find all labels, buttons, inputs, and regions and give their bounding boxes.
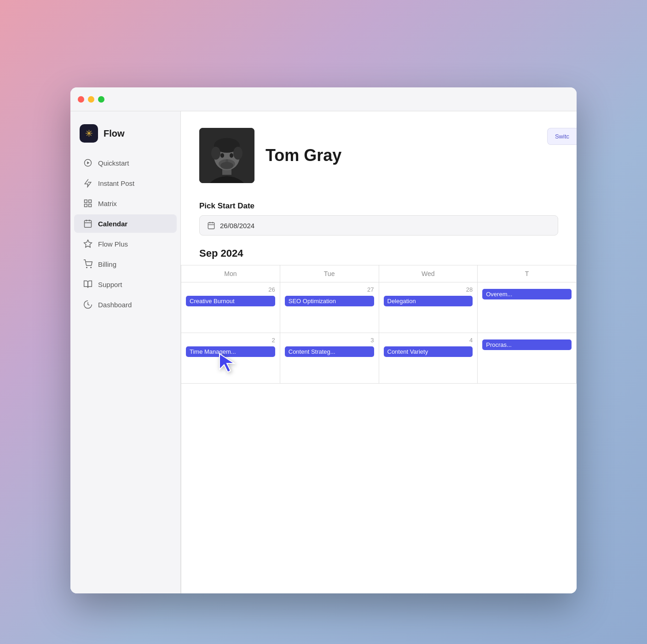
app-logo-icon: ✳ — [80, 124, 98, 143]
event-overem[interactable]: Overem... — [482, 289, 572, 299]
date-value: 26/08/2024 — [220, 222, 254, 230]
app-body: ✳ Flow Quickstart Instant Post Matri — [70, 111, 577, 593]
cart-icon — [83, 259, 92, 269]
event-content-strategy[interactable]: Content Strateg... — [285, 346, 374, 357]
calendar-icon — [83, 219, 92, 228]
close-button[interactable] — [78, 96, 84, 103]
sidebar-logo: ✳ Flow — [70, 121, 180, 152]
sidebar-label-matrix: Matrix — [98, 200, 117, 207]
sidebar-item-quickstart[interactable]: Quickstart — [74, 154, 177, 172]
date-4: 4 — [384, 337, 473, 344]
calendar-row-1: 26 Creative Burnout 27 SEO Optimization … — [181, 282, 577, 333]
cal-cell-28[interactable]: 28 Delegation — [379, 282, 478, 333]
sidebar-label-calendar: Calendar — [98, 220, 127, 228]
cal-cell-26[interactable]: 26 Creative Burnout — [181, 282, 280, 333]
calendar-row-2: 2 Time Managem... 3 Content Strateg... 4… — [181, 333, 577, 384]
titlebar — [70, 87, 577, 111]
profile-name: Tom Gray — [266, 146, 341, 165]
svg-point-19 — [233, 147, 243, 160]
switch-button[interactable]: Switc — [547, 128, 577, 145]
main-content: Tom Gray Switc Pick Start Date 26/08/202… — [181, 111, 577, 593]
svg-rect-3 — [89, 200, 92, 203]
sidebar: ✳ Flow Quickstart Instant Post Matri — [70, 111, 181, 593]
cal-cell-5[interactable]: Procras... — [478, 333, 577, 383]
svg-rect-4 — [85, 204, 87, 207]
sidebar-item-billing[interactable]: Billing — [74, 255, 177, 273]
sidebar-label-quickstart: Quickstart — [98, 159, 129, 167]
date-28: 28 — [384, 286, 473, 293]
chart-icon — [83, 300, 92, 309]
cal-cell-4[interactable]: 4 Content Variety — [379, 333, 478, 383]
header-mon: Mon — [181, 265, 280, 282]
header-tue: Tue — [280, 265, 379, 282]
date-input[interactable]: 26/08/2024 — [199, 215, 558, 236]
month-label: Sep 2024 — [181, 240, 577, 265]
calendar-input-icon — [207, 221, 215, 230]
svg-point-12 — [91, 267, 92, 268]
date-26: 26 — [186, 286, 275, 293]
sidebar-item-flow-plus[interactable]: Flow Plus — [74, 235, 177, 253]
calendar-controls: Pick Start Date 26/08/2024 — [181, 192, 577, 240]
maximize-button[interactable] — [98, 96, 104, 103]
svg-rect-2 — [85, 200, 87, 203]
cal-cell-29[interactable]: Overem... — [478, 282, 577, 333]
sidebar-label-support: Support — [98, 281, 122, 288]
cal-cell-3[interactable]: 3 Content Strateg... — [280, 333, 379, 383]
date-27: 27 — [285, 286, 374, 293]
cal-cell-2[interactable]: 2 Time Managem... — [181, 333, 280, 383]
calendar-grid: Mon Tue Wed T 26 Creative Burnout 27 — [181, 265, 577, 593]
event-procras[interactable]: Procras... — [482, 339, 572, 350]
sidebar-item-dashboard[interactable]: Dashboard — [74, 295, 177, 314]
svg-marker-1 — [87, 161, 89, 165]
svg-rect-5 — [89, 204, 92, 207]
bolt-icon — [83, 178, 92, 188]
profile-section: Tom Gray Switc — [181, 111, 577, 192]
svg-point-20 — [220, 153, 224, 158]
event-creative-burnout[interactable]: Creative Burnout — [186, 296, 275, 306]
app-window: ✳ Flow Quickstart Instant Post Matri — [70, 87, 577, 593]
calendar-body: 26 Creative Burnout 27 SEO Optimization … — [181, 282, 577, 384]
event-seo-optimization[interactable]: SEO Optimization — [285, 296, 374, 306]
event-time-management[interactable]: Time Managem... — [186, 346, 275, 357]
sidebar-label-billing: Billing — [98, 260, 116, 268]
star-icon — [83, 239, 92, 248]
pick-start-label: Pick Start Date — [199, 201, 558, 211]
sidebar-label-dashboard: Dashboard — [98, 301, 132, 309]
avatar-image — [199, 128, 254, 183]
sidebar-item-instant-post[interactable]: Instant Post — [74, 174, 177, 192]
svg-rect-25 — [208, 223, 214, 229]
svg-point-24 — [219, 159, 235, 168]
sidebar-item-support[interactable]: Support — [74, 275, 177, 293]
svg-rect-6 — [85, 220, 92, 227]
calendar-header: Mon Tue Wed T — [181, 265, 577, 282]
header-wed: Wed — [379, 265, 478, 282]
date-2: 2 — [186, 337, 275, 344]
sidebar-label-flow-plus: Flow Plus — [98, 240, 128, 248]
app-logo-text: Flow — [104, 128, 125, 139]
event-delegation[interactable]: Delegation — [384, 296, 473, 306]
minimize-button[interactable] — [88, 96, 94, 103]
svg-point-21 — [230, 153, 233, 158]
svg-point-18 — [211, 147, 220, 160]
event-content-variety[interactable]: Content Variety — [384, 346, 473, 357]
header-thu: T — [478, 265, 577, 282]
book-icon — [83, 280, 92, 289]
cal-cell-27[interactable]: 27 SEO Optimization — [280, 282, 379, 333]
date-3: 3 — [285, 337, 374, 344]
sidebar-item-matrix[interactable]: Matrix — [74, 194, 177, 213]
traffic-lights — [78, 96, 104, 103]
avatar — [199, 128, 254, 183]
play-circle-icon — [83, 158, 92, 167]
sidebar-label-instant-post: Instant Post — [98, 179, 134, 187]
sidebar-item-calendar[interactable]: Calendar — [74, 214, 177, 233]
svg-point-11 — [87, 267, 87, 268]
grid-icon — [83, 199, 92, 208]
svg-marker-10 — [84, 240, 92, 247]
